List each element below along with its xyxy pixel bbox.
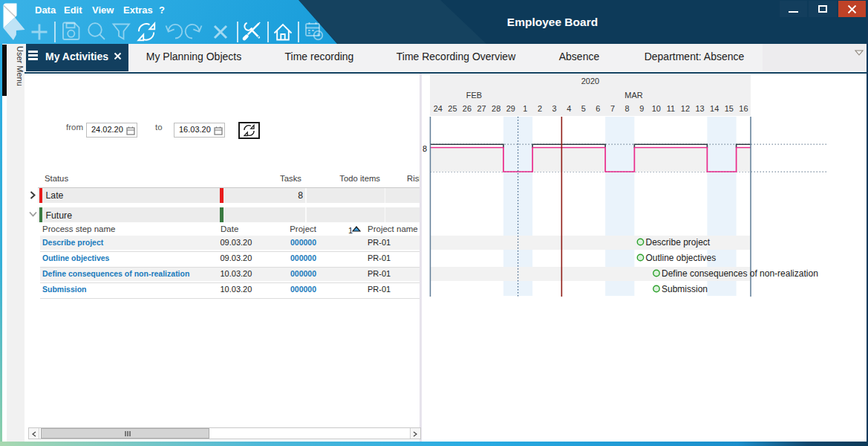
- svg-text:Outline objectives: Outline objectives: [646, 253, 717, 263]
- svg-text:Describe project: Describe project: [646, 237, 711, 248]
- svg-text:Define consequences of non-rea: Define consequences of non-realization: [662, 268, 818, 279]
- svg-text:Submission: Submission: [662, 284, 708, 294]
